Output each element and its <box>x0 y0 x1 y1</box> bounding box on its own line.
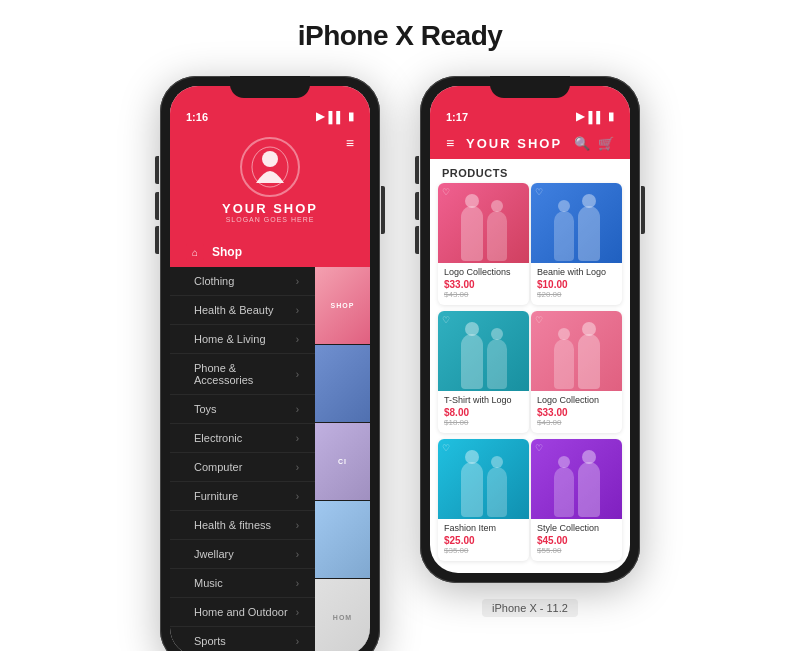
figure-0 <box>438 183 529 263</box>
nav-item-phone-accessories[interactable]: Phone & Accessories › <box>170 354 315 395</box>
heart-icon-4[interactable]: ♡ <box>442 443 450 453</box>
logo-svg <box>250 145 290 189</box>
nav-list: Clothing › Health & Beauty › Home & Livi… <box>170 267 370 651</box>
product-info-1: Beanie with Logo $10.00 $20.00 <box>531 263 622 305</box>
products-grid: ♡ Logo Collections $33.00 $43.00 <box>430 183 630 573</box>
phone2-title: YOUR SHOP <box>466 136 562 151</box>
header-icons: 🔍 🛒 <box>574 136 614 151</box>
product-price-1: $10.00 <box>537 279 616 290</box>
menu-icon[interactable]: ≡ <box>346 135 354 151</box>
product-img-2: ♡ <box>438 311 529 391</box>
nav-item-computer[interactable]: Computer › <box>170 453 315 482</box>
figure-5 <box>531 439 622 519</box>
product-img-0: ♡ <box>438 183 529 263</box>
heart-icon-1[interactable]: ♡ <box>535 187 543 197</box>
heart-icon-3[interactable]: ♡ <box>535 315 543 325</box>
nav-item-furniture[interactable]: Furniture › <box>170 482 315 511</box>
heart-icon-5[interactable]: ♡ <box>535 443 543 453</box>
phone2-screen: 1:17 ▶ ▌▌ ▮ ≡ YOUR SHOP 🔍 🛒 <box>430 86 630 573</box>
phone1-screen: 1:16 ▶ ▌▌ ▮ ≡ <box>170 86 370 651</box>
product-original-5: $55.00 <box>537 546 616 555</box>
product-card-5[interactable]: ♡ Style Collection $45.00 $55.00 <box>531 439 622 561</box>
product-price-4: $25.00 <box>444 535 523 546</box>
phone1-header: ≡ YOUR SHOP SLOGAN GOES HERE <box>170 127 370 237</box>
phone2-header: ≡ YOUR SHOP 🔍 🛒 <box>430 127 630 159</box>
logo <box>240 137 300 197</box>
nav-item-toys[interactable]: Toys › <box>170 395 315 424</box>
phone2-label: iPhone X - 11.2 <box>482 599 578 617</box>
product-card-3[interactable]: ♡ Logo Collection $33.00 $43.00 <box>531 311 622 433</box>
product-name-5: Style Collection <box>537 523 616 533</box>
product-price-2: $8.00 <box>444 407 523 418</box>
nav-section-label: Shop <box>212 245 242 259</box>
product-price-3: $33.00 <box>537 407 616 418</box>
product-name-3: Logo Collection <box>537 395 616 405</box>
phone2-label-wrap: iPhone X - 11.2 <box>420 591 640 617</box>
products-label: PRODUCTS <box>430 159 630 183</box>
nav-item-clothing[interactable]: Clothing › <box>170 267 315 296</box>
nav-item-health-beauty[interactable]: Health & Beauty › <box>170 296 315 325</box>
figure-3 <box>531 311 622 391</box>
phone1-shell: 1:16 ▶ ▌▌ ▮ ≡ <box>160 76 380 651</box>
product-original-3: $43.00 <box>537 418 616 427</box>
side-panel-5: HOM <box>315 579 370 651</box>
nav-item-jwellary[interactable]: Jwellary › <box>170 540 315 569</box>
product-img-4: ♡ <box>438 439 529 519</box>
product-img-5: ♡ <box>531 439 622 519</box>
product-original-1: $20.00 <box>537 290 616 299</box>
nav-item-health-fitness[interactable]: Health & fitness › <box>170 511 315 540</box>
product-name-1: Beanie with Logo <box>537 267 616 277</box>
product-card-1[interactable]: ♡ Beanie with Logo $10.00 $20.00 <box>531 183 622 305</box>
product-price-5: $45.00 <box>537 535 616 546</box>
product-info-4: Fashion Item $25.00 $35.00 <box>438 519 529 561</box>
nav-item-electronic[interactable]: Electronic › <box>170 424 315 453</box>
phone2: 1:17 ▶ ▌▌ ▮ ≡ YOUR SHOP 🔍 🛒 <box>420 76 640 617</box>
product-card-2[interactable]: ♡ T-Shirt with Logo $8.00 $18.00 <box>438 311 529 433</box>
phone2-menu-icon[interactable]: ≡ <box>446 135 454 151</box>
svg-point-1 <box>262 151 278 167</box>
side-panel-1: SHOP <box>315 267 370 344</box>
notch1 <box>230 76 310 98</box>
time-1: 1:16 <box>186 111 208 123</box>
product-info-0: Logo Collections $33.00 $43.00 <box>438 263 529 305</box>
heart-icon-2[interactable]: ♡ <box>442 315 450 325</box>
product-name-2: T-Shirt with Logo <box>444 395 523 405</box>
shop-name: YOUR SHOP <box>222 201 318 216</box>
status-icons-2: ▶ ▌▌ ▮ <box>576 110 614 123</box>
side-panel-2 <box>315 345 370 422</box>
nav-section-header: ⌂ Shop <box>170 237 370 267</box>
figure-2 <box>438 311 529 391</box>
nav-item-home-outdoor[interactable]: Home and Outdoor › <box>170 598 315 627</box>
phone2-shell: 1:17 ▶ ▌▌ ▮ ≡ YOUR SHOP 🔍 🛒 <box>420 76 640 583</box>
product-info-2: T-Shirt with Logo $8.00 $18.00 <box>438 391 529 433</box>
figure-1 <box>531 183 622 263</box>
product-name-0: Logo Collections <box>444 267 523 277</box>
home-icon: ⌂ <box>186 243 204 261</box>
product-card-4[interactable]: ♡ Fashion Item $25.00 $35.00 <box>438 439 529 561</box>
product-original-4: $35.00 <box>444 546 523 555</box>
heart-icon-0[interactable]: ♡ <box>442 187 450 197</box>
product-img-1: ♡ <box>531 183 622 263</box>
search-icon[interactable]: 🔍 <box>574 136 590 151</box>
product-original-0: $43.00 <box>444 290 523 299</box>
product-name-4: Fashion Item <box>444 523 523 533</box>
cart-icon[interactable]: 🛒 <box>598 136 614 151</box>
shop-slogan: SLOGAN GOES HERE <box>226 216 315 223</box>
side-images: SHOP CI HOM <box>315 267 370 651</box>
status-icons-1: ▶ ▌▌ ▮ <box>316 110 354 123</box>
nav-item-home-living[interactable]: Home & Living › <box>170 325 315 354</box>
figure-4 <box>438 439 529 519</box>
notch2 <box>490 76 570 98</box>
side-panel-3: CI <box>315 423 370 500</box>
nav-item-music[interactable]: Music › <box>170 569 315 598</box>
page-title: iPhone X Ready <box>298 20 503 52</box>
product-info-5: Style Collection $45.00 $55.00 <box>531 519 622 561</box>
side-panel-4 <box>315 501 370 578</box>
product-card-0[interactable]: ♡ Logo Collections $33.00 $43.00 <box>438 183 529 305</box>
nav-item-sports[interactable]: Sports › <box>170 627 315 651</box>
product-price-0: $33.00 <box>444 279 523 290</box>
phones-container: 1:16 ▶ ▌▌ ▮ ≡ <box>160 76 640 651</box>
product-original-2: $18.00 <box>444 418 523 427</box>
time-2: 1:17 <box>446 111 468 123</box>
phone1: 1:16 ▶ ▌▌ ▮ ≡ <box>160 76 380 651</box>
